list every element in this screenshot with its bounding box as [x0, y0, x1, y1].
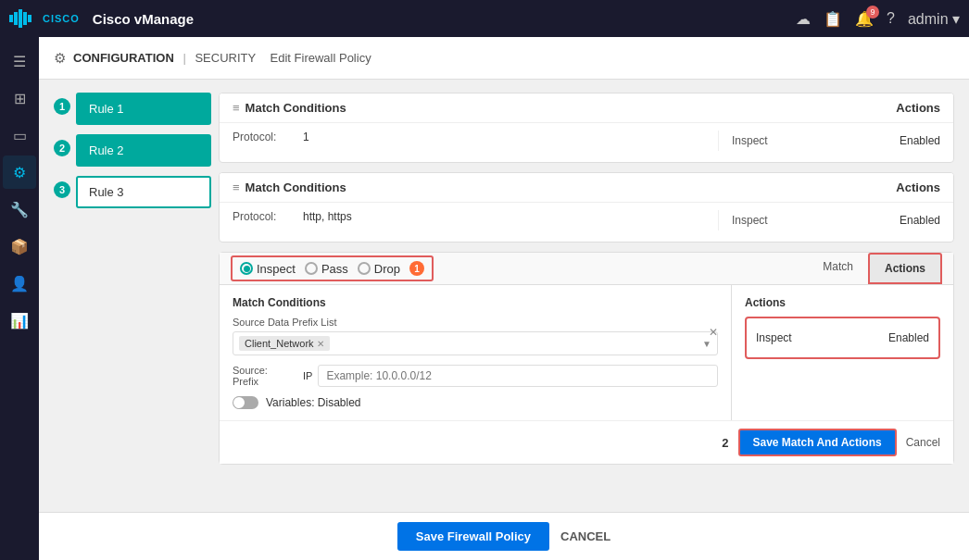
cisco-logo: cisco [9, 9, 80, 28]
bottom-bar: Save Firewall Policy CANCEL [39, 512, 969, 560]
cloud-icon[interactable]: ☁ [796, 10, 811, 28]
sidebar-item-tools[interactable]: 🔧 [3, 193, 36, 226]
rule2-inspect-value: Enabled [900, 214, 940, 227]
rules-layout: 1 Rule 1 2 Rule 2 3 [54, 93, 954, 465]
sidebar-item-menu[interactable]: ☰ [3, 44, 36, 78]
file-icon[interactable]: 📋 [824, 10, 842, 28]
rule1-match-title: ≡ Match Conditions [233, 101, 346, 115]
notification-icon[interactable]: 🔔 9 [855, 10, 874, 28]
radio-inspect-label: Inspect [257, 262, 296, 276]
rule3-actions-section: Actions Inspect Enabled [731, 285, 953, 420]
rule2-label: Rule 2 [89, 143, 124, 157]
rule1-protocol-label: Protocol: [233, 131, 297, 143]
rule1-protocol-row: Protocol: 1 [233, 131, 718, 143]
rule3-tab[interactable]: Rule 3 [76, 176, 211, 208]
sidebar-item-config[interactable]: ⚙ [3, 156, 36, 189]
main-content: ⚙ CONFIGURATION | SECURITY Edit Firewall… [39, 37, 969, 560]
radio-inspect[interactable]: Inspect [240, 262, 296, 276]
sidebar-item-home[interactable]: ⊞ [3, 81, 36, 115]
admin-menu[interactable]: admin ▾ [908, 10, 960, 28]
tag-remove-btn[interactable]: ✕ [317, 339, 324, 349]
rule2-match-title: ≡ Match Conditions [233, 180, 346, 194]
rule3-section: Inspect Pass Drop 1 [219, 252, 954, 465]
rule1-card-body: Protocol: 1 Inspect Enabled [220, 123, 953, 162]
source-type: IP [303, 370, 312, 381]
rule2-inspect-label: Inspect [732, 214, 768, 227]
rule1-card: ≡ Match Conditions Actions Protocol: 1 [219, 93, 954, 163]
save-match-actions-button[interactable]: Save Match And Actions [738, 429, 897, 456]
save-num-badge: 2 [722, 436, 728, 450]
sidebar: ☰ ⊞ ▭ ⚙ 🔧 📦 👤 📊 [0, 37, 39, 560]
sidebar-item-deploy[interactable]: 📦 [3, 230, 36, 263]
rule3-num-badge: 3 [54, 181, 70, 198]
source-prefix-block: Source Data Prefix List Client_Network ✕ [233, 317, 718, 355]
save-firewall-policy-button[interactable]: Save Firewall Policy [397, 522, 549, 551]
tab-actions[interactable]: Actions [868, 253, 942, 284]
rule1-inspect-label: Inspect [732, 134, 768, 147]
lines-icon2: ≡ [233, 180, 240, 194]
source-label: Source: [233, 365, 297, 376]
rule1-row: 1 Rule 1 [54, 93, 211, 125]
breadcrumb: CONFIGURATION | SECURITY Edit Firewall P… [73, 51, 371, 65]
rule2-tab[interactable]: Rule 2 [76, 134, 211, 167]
rule1-label: Rule 1 [89, 102, 124, 116]
rules-list: 1 Rule 1 2 Rule 2 3 [54, 93, 211, 465]
help-icon[interactable]: ? [887, 10, 895, 27]
sidebar-item-chart[interactable]: 📊 [3, 304, 36, 337]
rule3-match-section: Match Conditions Source Data Prefix List… [220, 285, 731, 420]
sidebar-item-users[interactable]: 👤 [3, 267, 36, 300]
cancel-all-button[interactable]: CANCEL [560, 522, 610, 551]
radio-pass-circle [305, 262, 318, 275]
source-sub-label: Prefix [233, 376, 297, 387]
radio-drop[interactable]: Drop [358, 262, 400, 276]
client-network-tag: Client_Network ✕ [239, 336, 330, 351]
top-nav: cisco Cisco vManage ☁ 📋 🔔 9 ? admin ▾ [0, 0, 969, 37]
radio-badge: 1 [409, 261, 424, 276]
source-ip-input[interactable] [318, 365, 718, 387]
rule1-protocol-value: 1 [303, 131, 309, 143]
radio-inspect-circle [240, 262, 253, 275]
rule-panels: ≡ Match Conditions Actions Protocol: 1 [219, 93, 954, 465]
page-header: ⚙ CONFIGURATION | SECURITY Edit Firewall… [39, 37, 969, 80]
variables-toggle[interactable] [233, 396, 258, 409]
layout: ☰ ⊞ ▭ ⚙ 🔧 📦 👤 📊 ⚙ CONFIGURATION | SECURI… [0, 37, 969, 560]
rule1-num-badge: 1 [54, 98, 70, 115]
rule1-card-header: ≡ Match Conditions Actions [220, 93, 953, 123]
rule2-row: 2 Rule 2 [54, 134, 211, 167]
rule2-protocol-value: http, https [303, 210, 352, 223]
rule3-row: 3 Rule 3 [54, 176, 211, 208]
cancel-button[interactable]: Cancel [906, 436, 940, 449]
rule3-action-value: Enabled [888, 331, 929, 344]
svg-rect-2 [19, 9, 22, 28]
rule3-actions-subtitle: Actions [745, 296, 940, 309]
rule1-actions-col: Inspect Enabled [718, 131, 940, 151]
rule2-card: ≡ Match Conditions Actions Protocol: htt… [219, 172, 954, 243]
tab-match[interactable]: Match [808, 253, 868, 284]
sidebar-item-monitor[interactable]: ▭ [3, 118, 36, 152]
rule3-action-key: Inspect [756, 331, 792, 344]
cisco-logo-svg [9, 9, 37, 28]
rule1-action-row: Inspect Enabled [732, 131, 940, 151]
rule2-actions-col: Inspect Enabled [718, 210, 940, 230]
radio-group-box: Inspect Pass Drop 1 [231, 255, 434, 281]
rule3-label: Rule 3 [89, 185, 124, 199]
rule1-actions-title: Actions [896, 101, 940, 115]
svg-rect-3 [23, 12, 27, 25]
brand-name: cisco [43, 13, 80, 24]
notification-badge: 9 [866, 6, 879, 19]
variables-label: Variables: Disabled [266, 396, 361, 409]
rule2-card-body: Protocol: http, https Inspect Enabled [220, 203, 953, 242]
rule2-action-row: Inspect Enabled [732, 210, 940, 230]
radio-pass[interactable]: Pass [305, 262, 348, 276]
rule2-match-col: Protocol: http, https [233, 210, 718, 230]
clear-icon[interactable]: ✕ [709, 326, 718, 339]
radio-drop-circle [358, 262, 371, 275]
rule1-tab[interactable]: Rule 1 [76, 93, 211, 125]
breadcrumb-config: CONFIGURATION [73, 51, 174, 65]
rule2-card-header: ≡ Match Conditions Actions [220, 173, 953, 203]
rule1-match-col: Protocol: 1 [233, 131, 718, 151]
content-area: 1 Rule 1 2 Rule 2 3 [39, 80, 969, 512]
source-prefix-dropdown[interactable]: Client_Network ✕ ▼ [233, 331, 718, 355]
variables-row: Variables: Disabled [233, 396, 718, 409]
source-prefix-input-wrap: Client_Network ✕ ▼ ✕ [233, 331, 718, 355]
